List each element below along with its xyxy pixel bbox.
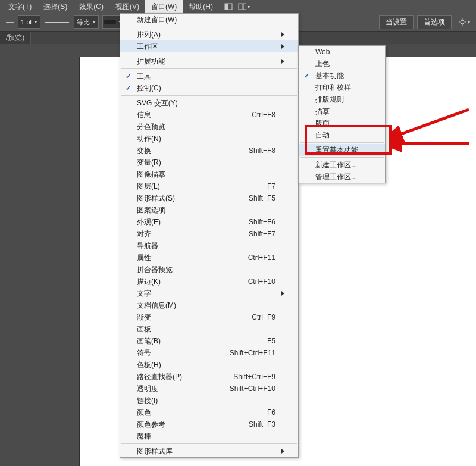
window-menu-item[interactable]: 外观(E)Shift+F6 bbox=[120, 216, 298, 228]
window-menu-item[interactable]: 渐变Ctrl+F9 bbox=[120, 311, 298, 323]
workspace-menu-item[interactable]: 基本功能 bbox=[299, 70, 385, 82]
window-menu-item[interactable]: 色板(H) bbox=[120, 359, 298, 371]
menu-item-label: 图案选项 bbox=[136, 205, 210, 215]
window-menu-item[interactable]: 画板 bbox=[120, 323, 298, 335]
window-menu-item[interactable]: 图案选项 bbox=[120, 204, 298, 216]
check-column bbox=[120, 84, 136, 92]
menu-item-shortcut: Shift+F5 bbox=[210, 194, 279, 202]
menu-item-label: 文字 bbox=[136, 289, 210, 299]
menu-item-label: 控制(C) bbox=[136, 83, 210, 93]
window-menu-item[interactable]: 画笔(B)F5 bbox=[120, 335, 298, 347]
window-menu-item[interactable]: 属性Ctrl+F11 bbox=[120, 252, 298, 264]
menu-item-label: 基本功能 bbox=[314, 71, 369, 81]
window-menu-item[interactable]: 颜色F6 bbox=[120, 406, 298, 418]
submenu-arrow-icon bbox=[279, 42, 286, 51]
window-menu-item[interactable]: 描边(K)Ctrl+F10 bbox=[120, 276, 298, 287]
menu-item-label: 扩展功能 bbox=[136, 57, 210, 67]
menu-item-label: 分色预览 bbox=[136, 122, 210, 132]
menu-item-shortcut: Shift+Ctrl+F9 bbox=[210, 373, 279, 381]
svg-line-12 bbox=[460, 24, 461, 24]
window-menu-item[interactable]: 对齐Shift+F7 bbox=[120, 228, 298, 240]
bridge-icon[interactable] bbox=[223, 1, 234, 12]
prefs-button[interactable]: 首选项 bbox=[417, 15, 452, 29]
window-menu-item[interactable]: 工具 bbox=[120, 70, 298, 82]
window-menu-item[interactable]: 分色预览 bbox=[120, 121, 298, 133]
window-menu-item[interactable]: 动作(N) bbox=[120, 133, 298, 145]
submenu-arrow-icon bbox=[279, 447, 286, 455]
window-menu-item[interactable]: 变换Shift+F8 bbox=[120, 145, 298, 157]
submenu-arrow-icon bbox=[279, 289, 286, 298]
window-menu-item[interactable]: 图形样式库 bbox=[120, 445, 298, 457]
menu-item-label: 图形样式库 bbox=[136, 446, 210, 456]
menu-item-shortcut: Shift+Ctrl+F11 bbox=[210, 349, 279, 357]
menu-item-label: 排版规则 bbox=[314, 95, 369, 105]
menu-item-shortcut: Ctrl+F9 bbox=[210, 313, 279, 321]
window-menu-item[interactable]: 排列(A) bbox=[120, 29, 298, 40]
window-menu-item[interactable]: 新建窗口(W) bbox=[120, 14, 298, 26]
check-column bbox=[120, 72, 136, 80]
window-menu-item[interactable]: 图层(L)F7 bbox=[120, 180, 298, 192]
workspace-menu-item[interactable]: 重置基本功能 bbox=[299, 144, 385, 156]
menu-view[interactable]: 视图(V) bbox=[109, 0, 145, 13]
window-menu-item[interactable]: 控制(C) bbox=[120, 82, 298, 94]
window-menu-item[interactable]: 魔棒 bbox=[120, 430, 298, 442]
stroke-profile-label: 等比 bbox=[77, 18, 90, 27]
menu-item-label: 透明度 bbox=[136, 384, 210, 394]
menu-item-label: 新建工作区... bbox=[314, 160, 369, 170]
menu-item-label: 上色 bbox=[314, 59, 369, 69]
menu-select[interactable]: 选择(S) bbox=[37, 0, 73, 13]
workspace-menu-item[interactable]: 打印和校样 bbox=[299, 82, 385, 93]
stroke-weight-dropdown[interactable]: 1 pt bbox=[18, 15, 40, 29]
window-menu-item[interactable]: 符号Shift+Ctrl+F11 bbox=[120, 347, 298, 359]
menu-item-shortcut: Shift+F3 bbox=[210, 420, 279, 429]
menu-item-label: 图形样式(S) bbox=[136, 193, 210, 204]
workspace-menu-item[interactable]: 上色 bbox=[299, 58, 385, 70]
window-menu-item[interactable]: 透明度Shift+Ctrl+F10 bbox=[120, 383, 298, 395]
window-menu-item[interactable]: 链接(I) bbox=[120, 395, 298, 406]
window-menu-item[interactable]: 图像描摹 bbox=[120, 168, 298, 180]
window-menu-item[interactable]: 颜色参考Shift+F3 bbox=[120, 418, 298, 430]
window-menu-item[interactable]: 扩展功能 bbox=[120, 55, 298, 67]
window-menu-item[interactable]: 变量(R) bbox=[120, 157, 298, 168]
window-menu-item[interactable]: 文档信息(M) bbox=[120, 299, 298, 311]
arrange-docs-icon[interactable]: ▾ bbox=[238, 1, 250, 12]
window-menu-item[interactable]: SVG 交互(Y) bbox=[120, 97, 298, 109]
window-menu-item[interactable]: 信息Ctrl+F8 bbox=[120, 109, 298, 121]
menu-item-label: 拼合器预览 bbox=[136, 265, 210, 275]
workspace-menu-item[interactable]: 自动 bbox=[299, 129, 385, 141]
doc-setup-button[interactable]: 当设置 bbox=[379, 15, 414, 29]
window-menu-item[interactable]: 拼合器预览 bbox=[120, 264, 298, 276]
workspace-menu-item[interactable]: 排版规则 bbox=[299, 93, 385, 105]
window-menu-item[interactable]: 导航器 bbox=[120, 240, 298, 252]
menu-item-shortcut: Ctrl+F10 bbox=[210, 277, 279, 286]
menu-item-label: 版面 bbox=[314, 118, 369, 129]
menu-item-label: SVG 交互(Y) bbox=[136, 98, 210, 108]
menu-item-label: 渐变 bbox=[136, 312, 210, 323]
workspace-menu-item[interactable]: Web bbox=[299, 46, 385, 58]
menu-item-label: 色板(H) bbox=[136, 360, 210, 370]
workspace-menu-item[interactable]: 新建工作区... bbox=[299, 159, 385, 171]
menu-item-label: 新建窗口(W) bbox=[136, 15, 210, 25]
menu-effect[interactable]: 效果(C) bbox=[73, 0, 109, 13]
menu-item-label: 描摹 bbox=[314, 107, 369, 117]
check-column bbox=[299, 71, 314, 80]
menu-item-shortcut: Shift+F7 bbox=[210, 230, 279, 238]
menu-item-label: 画笔(B) bbox=[136, 336, 210, 346]
menu-item-label: 符号 bbox=[136, 348, 210, 358]
window-menu-dropdown: 新建窗口(W)排列(A)工作区扩展功能工具控制(C)SVG 交互(Y)信息Ctr… bbox=[120, 13, 299, 458]
menu-help[interactable]: 帮助(H) bbox=[183, 0, 219, 13]
workspace-menu-item[interactable]: 版面 bbox=[299, 117, 385, 129]
document-tab[interactable]: /预览) bbox=[0, 31, 31, 44]
panel-gear-icon[interactable]: ▾ bbox=[459, 18, 470, 26]
menu-text[interactable]: 文字(T) bbox=[2, 0, 37, 13]
stroke-profile-dropdown[interactable]: 等比 bbox=[74, 15, 99, 29]
window-menu-item[interactable]: 图形样式(S)Shift+F5 bbox=[120, 192, 298, 204]
menu-window[interactable]: 窗口(W) bbox=[145, 0, 183, 13]
menu-item-label: 外观(E) bbox=[136, 217, 210, 227]
menu-item-label: 路径查找器(P) bbox=[136, 372, 210, 382]
window-menu-item[interactable]: 路径查找器(P)Shift+Ctrl+F9 bbox=[120, 371, 298, 383]
window-menu-item[interactable]: 工作区 bbox=[120, 40, 298, 52]
workspace-menu-item[interactable]: 描摹 bbox=[299, 105, 385, 117]
workspace-menu-item[interactable]: 管理工作区... bbox=[299, 171, 385, 183]
window-menu-item[interactable]: 文字 bbox=[120, 287, 298, 299]
